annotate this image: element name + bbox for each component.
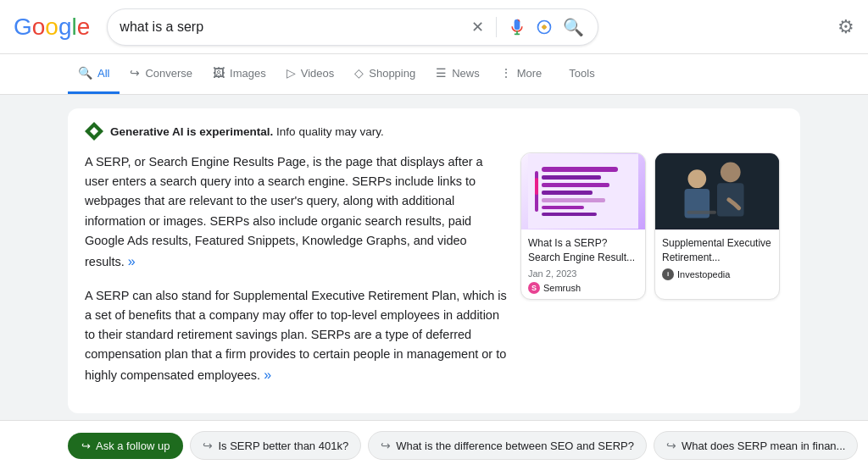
svg-rect-4: [535, 178, 538, 195]
svg-point-13: [687, 169, 706, 188]
card-investopedia-title: Supplemental Executive Retirement...: [662, 236, 772, 265]
semrush-logo-icon: S: [528, 282, 540, 294]
news-icon: ☰: [436, 66, 447, 80]
svg-rect-11: [542, 213, 597, 216]
svg-rect-8: [542, 191, 593, 195]
clear-icon: ✕: [471, 18, 484, 36]
tab-converse-label: Converse: [145, 67, 192, 80]
nav-tabs: 🔍 All ↪ Converse 🖼 Images ▷ Videos ◇ Sho…: [0, 54, 868, 95]
svg-rect-17: [687, 211, 716, 214]
suggestion-3-button[interactable]: ↪ What does SERP mean in finan...: [654, 431, 858, 460]
tab-more-label: More: [517, 67, 542, 80]
semrush-chart-svg: [528, 154, 638, 229]
tab-videos[interactable]: ▷ Videos: [276, 54, 345, 94]
tab-all-label: All: [97, 67, 109, 80]
tab-news-label: News: [452, 67, 480, 80]
card-semrush-info: What Is a SERP? Search Engine Result... …: [521, 229, 645, 299]
suggestion-2-button[interactable]: ↪ What is the difference between SEO and…: [368, 431, 647, 460]
semrush-visual-container: [521, 153, 645, 229]
card-row: What Is a SERP? Search Engine Result... …: [520, 152, 783, 300]
suggestion-2-label: What is the difference between SEO and S…: [396, 440, 634, 452]
header: G o o g l e what is a serp ✕: [0, 0, 868, 54]
settings-icon[interactable]: ⚙: [837, 16, 854, 38]
quote-mark-1: »: [128, 254, 136, 268]
followup-arrow-icon: ↪: [81, 440, 91, 452]
ai-box: Generative AI is experimental. Info qual…: [68, 108, 800, 413]
card-semrush-source: S Semrush: [528, 282, 638, 294]
search-input[interactable]: what is a serp: [120, 19, 463, 35]
ai-cards: What Is a SERP? Search Engine Result... …: [520, 152, 783, 400]
svg-rect-5: [542, 167, 618, 172]
investopedia-people-svg: [655, 153, 779, 229]
images-icon: 🖼: [213, 66, 225, 80]
lens-icon: [536, 19, 553, 36]
shopping-icon: ◇: [354, 66, 364, 80]
followup-bar: ↪ Ask a follow up ↪ Is SERP better than …: [0, 420, 868, 470]
tab-more[interactable]: ⋮ More: [490, 54, 553, 94]
card-investopedia-image: [655, 153, 779, 229]
ai-disclaimer-rest: Info quality may vary.: [276, 125, 384, 138]
svg-rect-7: [542, 183, 609, 187]
investopedia-logo-icon: i: [662, 268, 674, 280]
suggestion-2-arrow-icon: ↪: [381, 439, 391, 452]
svg-point-1: [542, 25, 547, 29]
ai-diamond-icon: [85, 122, 103, 141]
ai-disclaimer-bold: Generative AI is experimental.: [110, 125, 273, 138]
tab-news[interactable]: ☰ News: [426, 54, 490, 94]
tab-images[interactable]: 🖼 Images: [203, 54, 276, 94]
mic-icon: [509, 19, 526, 36]
svg-rect-9: [542, 198, 605, 202]
svg-rect-6: [542, 175, 601, 180]
card-semrush-image: [521, 153, 645, 229]
ai-body: A SERP, or Search Engine Results Page, i…: [85, 152, 783, 400]
main-content: Generative AI is experimental. Info qual…: [0, 95, 868, 470]
card-investopedia[interactable]: Supplemental Executive Retirement... i I…: [654, 152, 780, 300]
ai-disclaimer: Generative AI is experimental. Info qual…: [110, 125, 384, 138]
search-bar: what is a serp ✕ 🔍: [107, 8, 598, 46]
card-semrush[interactable]: What Is a SERP? Search Engine Result... …: [520, 152, 646, 300]
suggestion-3-arrow-icon: ↪: [666, 439, 676, 452]
tab-shopping[interactable]: ◇ Shopping: [344, 54, 426, 94]
card-semrush-title: What Is a SERP? Search Engine Result...: [528, 236, 638, 265]
search-submit-button[interactable]: 🔍: [561, 15, 586, 39]
lens-button[interactable]: [534, 17, 554, 37]
ask-followup-label: Ask a follow up: [96, 440, 170, 452]
mic-button[interactable]: [507, 17, 527, 37]
ai-text-area: A SERP, or Search Engine Results Page, i…: [85, 152, 507, 400]
tab-tools-label: Tools: [569, 67, 594, 80]
converse-icon: ↪: [130, 66, 140, 80]
more-icon: ⋮: [500, 66, 512, 80]
semrush-source-label: Semrush: [543, 283, 581, 293]
card-semrush-date: Jan 2, 2023: [528, 268, 638, 279]
quote-mark-2: »: [264, 368, 271, 382]
search-divider: [496, 17, 497, 37]
ai-header: Generative AI is experimental. Info qual…: [85, 122, 783, 141]
svg-point-15: [721, 162, 741, 182]
google-logo: G o o g l e: [14, 14, 90, 41]
all-icon: 🔍: [78, 66, 92, 80]
tab-all[interactable]: 🔍 All: [68, 54, 120, 94]
tab-images-label: Images: [230, 67, 266, 80]
clear-button[interactable]: ✕: [470, 16, 486, 38]
ai-paragraph-2: A SERP can also stand for Supplemental E…: [85, 286, 507, 386]
ask-followup-button[interactable]: ↪ Ask a follow up: [68, 433, 183, 459]
tab-tools[interactable]: Tools: [559, 55, 604, 94]
svg-rect-10: [542, 206, 584, 209]
search-icon: 🔍: [563, 17, 584, 37]
suggestion-3-label: What does SERP mean in finan...: [682, 440, 845, 452]
card-investopedia-info: Supplemental Executive Retirement... i I…: [655, 229, 779, 285]
suggestion-1-label: Is SERP better than 401k?: [218, 440, 348, 452]
investopedia-visual-container: [655, 153, 779, 229]
videos-icon: ▷: [287, 66, 296, 80]
ai-paragraph-1: A SERP, or Search Engine Results Page, i…: [85, 152, 507, 273]
tab-shopping-label: Shopping: [369, 67, 415, 80]
tab-converse[interactable]: ↪ Converse: [120, 54, 203, 94]
suggestion-1-button[interactable]: ↪ Is SERP better than 401k?: [190, 431, 361, 460]
investopedia-source-label: Investopedia: [677, 269, 730, 279]
tab-videos-label: Videos: [301, 67, 335, 80]
card-investopedia-source: i Investopedia: [662, 268, 772, 280]
suggestion-1-arrow-icon: ↪: [203, 439, 213, 452]
